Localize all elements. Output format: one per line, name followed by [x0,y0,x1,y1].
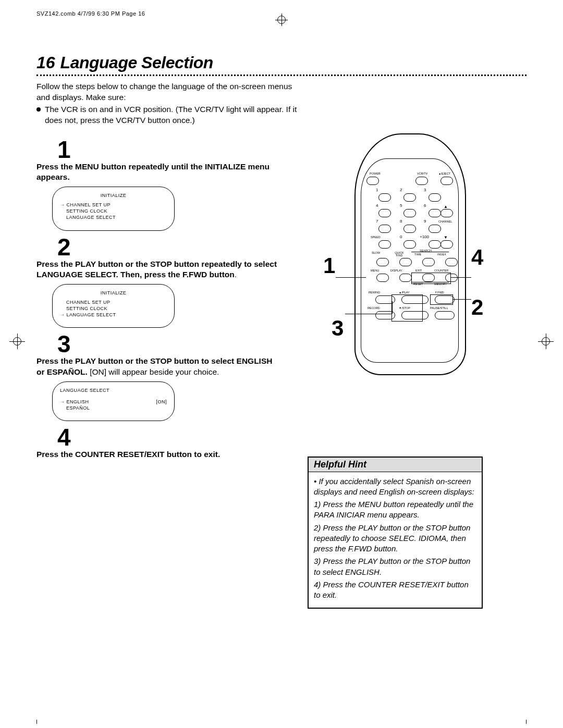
highlight-exit-counter [411,273,451,284]
arrow-up-icon: ▲ [444,205,448,209]
osd2-line1: CHANNEL SET UP [60,299,167,305]
lbl-slow: SLOW [372,252,380,255]
btn-3[interactable] [429,193,441,202]
speed-button[interactable] [378,240,391,249]
osd1-title: INITIALIZE [60,192,167,199]
btn-2[interactable] [403,193,416,202]
hint-step3: 3) Press the PLAY button or the STOP but… [314,556,476,577]
channel-down-button[interactable] [440,240,453,249]
num-7: 7 [376,219,378,224]
callout-4: 4 [471,245,483,270]
osd-initialize-1: INITIALIZE CHANNEL SET UP SETTING CLOCK … [52,187,175,231]
index-search-button[interactable] [445,258,458,266]
lbl-menu: MENU [371,269,379,273]
lbl-vcrtv: VCR/TV [417,172,427,176]
callout-2: 2 [471,295,483,320]
osd2-line2: SETTING CLOCK [60,305,167,312]
page-title: Language Selection [60,53,213,72]
remote-illustration: POWER VCR/TV ▲EJECT 1 2 3 [339,133,480,378]
slow-button[interactable] [376,258,389,266]
bullet-icon [36,107,41,112]
lbl-ffwd: F.FWD [435,291,444,294]
hint-step2: 2) Press the PLAY button or the STOP but… [314,523,476,554]
lbl-rewind: REWIND [369,291,380,294]
btn-7[interactable] [378,225,391,233]
num-4: 4 [376,204,378,208]
osd1-line1: CHANNEL SET UP [60,202,167,208]
hint-title: Helpful Hint [309,458,482,472]
lbl-index: INDEX [437,253,446,256]
hint-step1: 1) Press the MENU button repeatedly unti… [314,499,476,521]
btn-plus100[interactable] [429,240,441,249]
highlight-ffwd [430,294,453,305]
step-2-text: Press the PLAY button or the STOP button… [36,259,282,280]
eject-button[interactable] [440,177,453,185]
lbl-exit: EXIT [415,269,422,273]
lbl-display: DISPLAY [390,269,402,273]
callout-3: 3 [332,316,344,341]
osd3-line2: ESPAÑOL [60,405,167,411]
num-9: 9 [424,219,426,224]
lbl-speed: SPEED [371,236,381,239]
bullet-text: The VCR is on and in VCR position. (The … [45,104,308,126]
lbl-channel: CHANNEL [438,220,452,224]
quick-find-button[interactable] [399,258,412,266]
num-1: 1 [376,188,378,192]
osd2-title: INITIALIZE [60,290,167,296]
btn-1[interactable] [378,193,391,202]
intro-text: Follow the steps below to change the lan… [36,81,308,103]
lbl-quick: QUICK FIND [393,252,406,257]
lbl-power: POWER [370,172,381,176]
osd2-line3: LANGUAGE SELECT [60,312,167,318]
step-4-text: Press the COUNTER RESET/EXIT button to e… [36,449,282,460]
lbl-record: RECORD [368,307,380,310]
step-1-number: 1 [57,138,282,162]
callout-1: 1 [323,253,335,278]
helpful-hint-box: Helpful Hint • If you accidentally selec… [308,456,483,609]
lbl-counter: COUNTER [434,269,448,273]
step-4-number: 4 [57,425,282,449]
page-number: 16 [36,53,55,72]
hint-step4: 4) Press the COUNTER RESET/EXIT button t… [314,579,476,601]
lbl-play: ▲/PLAY [399,291,410,294]
step-2-number: 2 [57,235,282,259]
osd1-line3: LANGUAGE SELECT [60,214,167,220]
btn-9[interactable] [429,225,441,233]
vcrtv-button[interactable] [415,177,428,185]
lbl-eject: ▲EJECT [438,172,450,176]
btn-8[interactable] [403,225,416,233]
dotted-rule [36,75,527,76]
arrow-down-icon: ▼ [444,236,448,240]
channel-up-button[interactable] [440,209,453,217]
btn-4[interactable] [378,209,391,217]
highlight-play-stop [391,294,423,322]
btn-0[interactable] [403,240,416,249]
step-3-number: 3 [57,332,282,356]
num-5: 5 [400,204,402,208]
num-0: 0 [400,235,402,239]
btn-5[interactable] [403,209,416,217]
print-header: SVZ142.comb 4/7/99 6:30 PM Page 16 [36,10,527,17]
display-button[interactable] [399,274,412,282]
num-3: 3 [424,188,426,192]
time-search-button[interactable] [422,258,435,266]
pause-button[interactable] [435,311,455,319]
osd-initialize-2: INITIALIZE CHANNEL SET UP SETTING CLOCK … [52,284,175,328]
power-button[interactable] [366,177,379,185]
osd-language-select: LANGUAGE SELECT ENGLISH[ON] ESPAÑOL [52,381,175,421]
step-1-text: Press the MENU button repeatedly until t… [36,162,282,182]
num-2: 2 [400,188,402,192]
menu-button[interactable] [376,274,389,282]
osd3-title: LANGUAGE SELECT [60,387,167,393]
osd1-line2: SETTING CLOCK [60,208,167,214]
hint-intro: • If you accidentally select Spanish on-… [314,476,476,498]
steps-column: 1 Press the MENU button repeatedly until… [36,133,282,609]
osd3-line1: ENGLISH[ON] [60,399,167,405]
step-3-text: Press the PLAY button or the STOP button… [36,356,282,377]
lbl-time: TIME [414,253,421,256]
num-8: 8 [400,219,402,224]
num-plus100: +100 [420,235,429,239]
lbl-pause: PAUSE/STILL [430,307,448,310]
btn-6[interactable] [429,209,441,217]
num-6: 6 [424,204,426,208]
